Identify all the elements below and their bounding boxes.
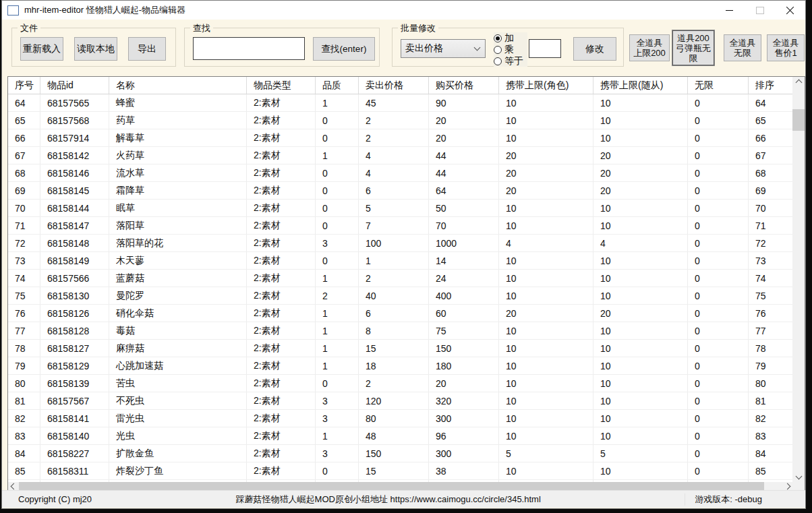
table-cell[interactable]: 20 <box>499 147 593 164</box>
table-cell[interactable]: 2 <box>359 112 429 129</box>
table-cell[interactable]: 48 <box>359 427 429 444</box>
table-cell[interactable]: 20 <box>593 147 688 164</box>
table-cell[interactable]: 雷光虫 <box>109 410 247 427</box>
table-cell[interactable]: 0 <box>688 462 749 479</box>
table-cell[interactable]: 66 <box>8 129 40 146</box>
table-cell[interactable]: 蜂蜜 <box>109 94 247 111</box>
table-cell[interactable]: 0 <box>316 217 359 234</box>
radio-equals[interactable]: 等于 <box>494 55 527 67</box>
column-header[interactable]: 序号 <box>8 77 40 94</box>
table-cell[interactable]: 65 <box>8 112 40 129</box>
table-cell[interactable]: 74 <box>8 270 40 286</box>
table-cell[interactable]: 73 <box>749 252 792 269</box>
table-cell[interactable]: 4 <box>359 164 429 181</box>
table-row[interactable]: 7068158144眠草2:素材05501010070 <box>8 200 792 217</box>
table-cell[interactable]: 80 <box>749 375 792 392</box>
table-cell[interactable]: 68158149 <box>40 252 109 269</box>
table-cell[interactable]: 100 <box>359 235 429 251</box>
table-row[interactable]: 8168157567不死虫2:素材31203201010081 <box>8 392 792 410</box>
table-cell[interactable]: 3 <box>316 410 359 427</box>
table-row[interactable]: 7968158129心跳加速菇2:素材1181801010079 <box>8 357 792 375</box>
table-cell[interactable]: 320 <box>429 392 499 409</box>
table-cell[interactable]: 曼陀罗 <box>109 287 247 304</box>
table-cell[interactable]: 300 <box>429 445 499 462</box>
table-cell[interactable]: 82 <box>749 410 792 427</box>
table-cell[interactable]: 2:素材 <box>247 94 316 111</box>
table-cell[interactable]: 79 <box>8 357 40 374</box>
all-items-limit200-button[interactable]: 全道具 上限200 <box>629 34 670 61</box>
table-cell[interactable]: 2:素材 <box>247 147 316 164</box>
table-cell[interactable]: 10 <box>499 357 593 374</box>
table-cell[interactable]: 75 <box>8 287 40 304</box>
table-cell[interactable]: 20 <box>593 164 688 181</box>
table-cell[interactable]: 霜降草 <box>109 182 247 199</box>
table-cell[interactable]: 2:素材 <box>247 392 316 409</box>
table-cell[interactable]: 2 <box>359 270 429 286</box>
table-cell[interactable]: 0 <box>688 305 749 322</box>
table-cell[interactable]: 0 <box>316 112 359 129</box>
table-cell[interactable]: 120 <box>359 392 429 409</box>
table-row[interactable]: 8268158141雷光虫2:素材3803001010082 <box>8 410 792 427</box>
table-cell[interactable]: 79 <box>749 357 792 374</box>
table-cell[interactable]: 0 <box>688 252 749 269</box>
table-cell[interactable]: 7 <box>359 217 429 234</box>
table-cell[interactable]: 75 <box>749 287 792 304</box>
table-cell[interactable]: 67 <box>749 147 792 164</box>
table-cell[interactable]: 10 <box>593 462 688 479</box>
table-cell[interactable]: 1 <box>316 357 359 374</box>
table-cell[interactable]: 0 <box>316 200 359 216</box>
table-row[interactable]: 7568158130曼陀罗2:素材2404001010075 <box>8 287 792 305</box>
all-items-unlimited-button[interactable]: 全道具 无限 <box>724 34 761 61</box>
table-cell[interactable]: 69 <box>8 182 40 199</box>
table-cell[interactable]: 74 <box>749 270 792 286</box>
table-cell[interactable]: 6 <box>359 305 429 322</box>
column-header[interactable]: 购买价格 <box>429 77 499 94</box>
table-cell[interactable]: 72 <box>749 235 792 251</box>
table-row[interactable]: 6868158146流水草2:素材04442020068 <box>8 164 792 182</box>
table-cell[interactable]: 2:素材 <box>247 427 316 444</box>
table-cell[interactable]: 15 <box>359 340 429 357</box>
table-cell[interactable]: 2 <box>316 287 359 304</box>
table-cell[interactable]: 药草 <box>109 112 247 129</box>
table-cell[interactable]: 2:素材 <box>247 252 316 269</box>
read-local-button[interactable]: 读取本地 <box>74 37 117 61</box>
column-header[interactable]: 卖出价格 <box>359 77 429 94</box>
table-row[interactable]: 6668157914解毒草2:素材02201010066 <box>8 129 792 147</box>
table-cell[interactable]: 火药草 <box>109 147 247 164</box>
table-cell[interactable]: 炸裂沙丁鱼 <box>109 462 247 479</box>
table-row[interactable]: 8468158227扩散金鱼2:素材315030055084 <box>8 445 792 462</box>
table-cell[interactable]: 10 <box>499 200 593 216</box>
table-cell[interactable]: 64 <box>8 94 40 111</box>
batch-value-input[interactable] <box>529 39 561 58</box>
table-cell[interactable]: 麻痹菇 <box>109 340 247 357</box>
table-cell[interactable]: 4 <box>593 235 688 251</box>
table-cell[interactable]: 38 <box>429 462 499 479</box>
table-cell[interactable]: 10 <box>593 322 688 339</box>
table-cell[interactable]: 0 <box>688 112 749 129</box>
table-cell[interactable]: 68158128 <box>40 322 109 339</box>
table-cell[interactable]: 光虫 <box>109 427 247 444</box>
table-cell[interactable]: 1 <box>316 305 359 322</box>
table-cell[interactable]: 75 <box>429 322 499 339</box>
table-cell[interactable]: 落阳草的花 <box>109 235 247 251</box>
table-cell[interactable]: 68158140 <box>40 427 109 444</box>
table-cell[interactable]: 81 <box>8 392 40 409</box>
table-cell[interactable]: 14 <box>429 252 499 269</box>
table-cell[interactable]: 0 <box>316 375 359 392</box>
all-items-price1-button[interactable]: 全道具 售价1 <box>767 34 805 61</box>
table-cell[interactable]: 400 <box>429 287 499 304</box>
table-row[interactable]: 8068158139苦虫2:素材02201010080 <box>8 375 792 392</box>
table-cell[interactable]: 10 <box>593 427 688 444</box>
table-cell[interactable]: 2:素材 <box>247 375 316 392</box>
table-cell[interactable]: 10 <box>499 217 593 234</box>
column-header[interactable]: 品质 <box>316 77 359 94</box>
table-cell[interactable]: 5 <box>359 200 429 216</box>
table-cell[interactable]: 80 <box>359 410 429 427</box>
table-cell[interactable]: 2:素材 <box>247 287 316 304</box>
table-row[interactable]: 7268158148落阳草的花2:素材3100100044072 <box>8 235 792 252</box>
table-cell[interactable]: 81 <box>749 392 792 409</box>
table-row[interactable]: 6768158142火药草2:素材14442020067 <box>8 147 792 164</box>
table-cell[interactable]: 10 <box>593 410 688 427</box>
table-cell[interactable]: 68158139 <box>40 375 109 392</box>
table-cell[interactable]: 3 <box>316 392 359 409</box>
